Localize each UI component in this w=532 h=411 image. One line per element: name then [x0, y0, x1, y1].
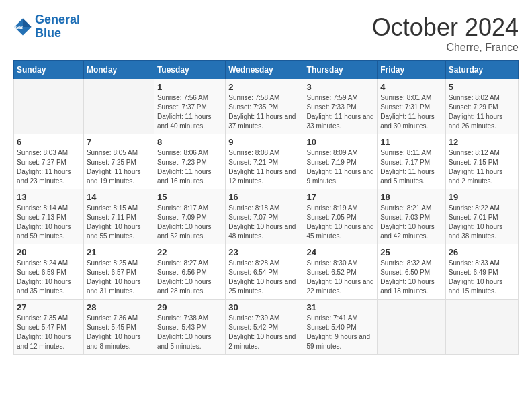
calendar-week-5: 27 Sunrise: 7:35 AMSunset: 5:47 PMDaylig…: [14, 300, 519, 355]
calendar-cell: 17 Sunrise: 8:19 AMSunset: 7:05 PMDaylig…: [304, 189, 378, 244]
day-info: Sunrise: 7:56 AMSunset: 7:37 PMDaylight:…: [157, 93, 222, 131]
calendar-cell: 30 Sunrise: 7:39 AMSunset: 5:42 PMDaylig…: [226, 300, 304, 355]
day-info: Sunrise: 8:06 AMSunset: 7:23 PMDaylight:…: [157, 148, 222, 186]
day-info: Sunrise: 8:11 AMSunset: 7:17 PMDaylight:…: [380, 148, 443, 186]
day-number: 30: [228, 302, 300, 312]
day-number: 14: [87, 192, 151, 202]
weekday-header-friday: Friday: [378, 61, 446, 79]
calendar-cell: 20 Sunrise: 8:24 AMSunset: 6:59 PMDaylig…: [14, 244, 84, 300]
day-number: 24: [307, 247, 375, 257]
calendar-cell: 19 Sunrise: 8:22 AMSunset: 7:01 PMDaylig…: [445, 189, 518, 244]
day-number: 1: [157, 82, 222, 92]
calendar-cell: 25 Sunrise: 8:32 AMSunset: 6:50 PMDaylig…: [378, 244, 446, 300]
day-info: Sunrise: 8:22 AMSunset: 7:01 PMDaylight:…: [449, 203, 515, 241]
day-info: Sunrise: 7:58 AMSunset: 7:35 PMDaylight:…: [228, 93, 300, 131]
day-number: 17: [307, 192, 375, 202]
calendar-cell: 27 Sunrise: 7:35 AMSunset: 5:47 PMDaylig…: [14, 300, 84, 355]
day-number: 23: [228, 247, 300, 257]
day-info: Sunrise: 7:38 AMSunset: 5:43 PMDaylight:…: [157, 314, 222, 351]
day-number: 3: [307, 82, 375, 92]
calendar-cell: [378, 300, 446, 355]
day-info: Sunrise: 8:18 AMSunset: 7:07 PMDaylight:…: [228, 203, 300, 241]
calendar-cell: 13 Sunrise: 8:14 AMSunset: 7:13 PMDaylig…: [14, 189, 84, 244]
day-number: 13: [17, 192, 81, 202]
calendar-cell: 9 Sunrise: 8:08 AMSunset: 7:21 PMDayligh…: [226, 134, 304, 189]
day-info: Sunrise: 8:02 AMSunset: 7:29 PMDaylight:…: [449, 93, 515, 131]
calendar-cell: 21 Sunrise: 8:25 AMSunset: 6:57 PMDaylig…: [83, 244, 154, 300]
day-info: Sunrise: 8:05 AMSunset: 7:25 PMDaylight:…: [87, 148, 151, 186]
logo-line1: General: [35, 13, 80, 26]
calendar-table: SundayMondayTuesdayWednesdayThursdayFrid…: [13, 60, 519, 355]
svg-text:GB: GB: [15, 24, 24, 30]
location-subtitle: Cherre, France: [372, 42, 519, 54]
calendar-cell: 26 Sunrise: 8:33 AMSunset: 6:49 PMDaylig…: [445, 244, 518, 300]
day-number: 11: [380, 137, 443, 147]
day-number: 22: [157, 247, 222, 257]
day-info: Sunrise: 8:09 AMSunset: 7:19 PMDaylight:…: [307, 148, 375, 186]
calendar-week-3: 13 Sunrise: 8:14 AMSunset: 7:13 PMDaylig…: [14, 189, 519, 244]
day-info: Sunrise: 8:08 AMSunset: 7:21 PMDaylight:…: [228, 148, 300, 186]
calendar-week-2: 6 Sunrise: 8:03 AMSunset: 7:27 PMDayligh…: [14, 134, 519, 189]
day-info: Sunrise: 7:39 AMSunset: 5:42 PMDaylight:…: [228, 314, 300, 351]
day-info: Sunrise: 8:28 AMSunset: 6:54 PMDaylight:…: [228, 259, 300, 296]
day-info: Sunrise: 8:27 AMSunset: 6:56 PMDaylight:…: [157, 259, 222, 296]
calendar-cell: 14 Sunrise: 8:15 AMSunset: 7:11 PMDaylig…: [83, 189, 154, 244]
day-number: 20: [17, 247, 81, 257]
day-number: 12: [449, 137, 515, 147]
calendar-cell: 18 Sunrise: 8:21 AMSunset: 7:03 PMDaylig…: [378, 189, 446, 244]
day-info: Sunrise: 8:30 AMSunset: 6:52 PMDaylight:…: [307, 259, 375, 296]
calendar-cell: 24 Sunrise: 8:30 AMSunset: 6:52 PMDaylig…: [304, 244, 378, 300]
calendar-cell: [445, 300, 518, 355]
day-number: 8: [157, 137, 222, 147]
day-info: Sunrise: 7:36 AMSunset: 5:45 PMDaylight:…: [87, 314, 151, 351]
calendar-cell: [14, 79, 84, 134]
day-info: Sunrise: 8:33 AMSunset: 6:49 PMDaylight:…: [449, 259, 515, 296]
day-info: Sunrise: 8:01 AMSunset: 7:31 PMDaylight:…: [380, 93, 443, 131]
day-number: 31: [307, 302, 375, 312]
calendar-cell: 2 Sunrise: 7:58 AMSunset: 7:35 PMDayligh…: [226, 79, 304, 134]
day-info: Sunrise: 8:24 AMSunset: 6:59 PMDaylight:…: [17, 259, 81, 296]
calendar-cell: 22 Sunrise: 8:27 AMSunset: 6:56 PMDaylig…: [154, 244, 225, 300]
calendar-cell: 11 Sunrise: 8:11 AMSunset: 7:17 PMDaylig…: [378, 134, 446, 189]
day-number: 9: [228, 137, 300, 147]
day-info: Sunrise: 8:17 AMSunset: 7:09 PMDaylight:…: [157, 203, 222, 241]
day-number: 5: [449, 82, 515, 92]
day-info: Sunrise: 8:25 AMSunset: 6:57 PMDaylight:…: [87, 259, 151, 296]
calendar-cell: [83, 79, 154, 134]
svg-marker-1: [23, 18, 32, 27]
calendar-cell: 5 Sunrise: 8:02 AMSunset: 7:29 PMDayligh…: [445, 79, 518, 134]
day-number: 19: [449, 192, 515, 202]
day-info: Sunrise: 8:15 AMSunset: 7:11 PMDaylight:…: [87, 203, 151, 241]
day-info: Sunrise: 7:41 AMSunset: 5:40 PMDaylight:…: [307, 314, 375, 351]
weekday-header-row: SundayMondayTuesdayWednesdayThursdayFrid…: [14, 61, 519, 79]
day-number: 7: [87, 137, 151, 147]
weekday-header-saturday: Saturday: [445, 61, 518, 79]
day-number: 4: [380, 82, 443, 92]
calendar-week-4: 20 Sunrise: 8:24 AMSunset: 6:59 PMDaylig…: [14, 244, 519, 300]
calendar-cell: 1 Sunrise: 7:56 AMSunset: 7:37 PMDayligh…: [154, 79, 225, 134]
day-number: 28: [87, 302, 151, 312]
day-number: 26: [449, 247, 515, 257]
calendar-cell: 8 Sunrise: 8:06 AMSunset: 7:23 PMDayligh…: [154, 134, 225, 189]
calendar-cell: 6 Sunrise: 8:03 AMSunset: 7:27 PMDayligh…: [14, 134, 84, 189]
calendar-cell: 12 Sunrise: 8:12 AMSunset: 7:15 PMDaylig…: [445, 134, 518, 189]
day-info: Sunrise: 8:32 AMSunset: 6:50 PMDaylight:…: [380, 259, 443, 296]
title-area: October 2024 Cherre, France: [372, 13, 519, 54]
logo-text: General Blue: [35, 13, 80, 40]
calendar-cell: 10 Sunrise: 8:09 AMSunset: 7:19 PMDaylig…: [304, 134, 378, 189]
calendar-cell: 29 Sunrise: 7:38 AMSunset: 5:43 PMDaylig…: [154, 300, 225, 355]
page-header: GB General Blue October 2024 Cherre, Fra…: [13, 13, 519, 54]
month-title: October 2024: [372, 13, 519, 42]
calendar-cell: 31 Sunrise: 7:41 AMSunset: 5:40 PMDaylig…: [304, 300, 378, 355]
day-number: 2: [228, 82, 300, 92]
day-info: Sunrise: 7:35 AMSunset: 5:47 PMDaylight:…: [17, 314, 81, 351]
day-info: Sunrise: 7:59 AMSunset: 7:33 PMDaylight:…: [307, 93, 375, 131]
day-number: 18: [380, 192, 443, 202]
calendar-week-1: 1 Sunrise: 7:56 AMSunset: 7:37 PMDayligh…: [14, 79, 519, 134]
day-info: Sunrise: 8:21 AMSunset: 7:03 PMDaylight:…: [380, 203, 443, 241]
day-info: Sunrise: 8:03 AMSunset: 7:27 PMDaylight:…: [17, 148, 81, 186]
weekday-header-thursday: Thursday: [304, 61, 378, 79]
logo-icon: GB: [13, 17, 32, 36]
calendar-cell: 28 Sunrise: 7:36 AMSunset: 5:45 PMDaylig…: [83, 300, 154, 355]
weekday-header-monday: Monday: [83, 61, 154, 79]
